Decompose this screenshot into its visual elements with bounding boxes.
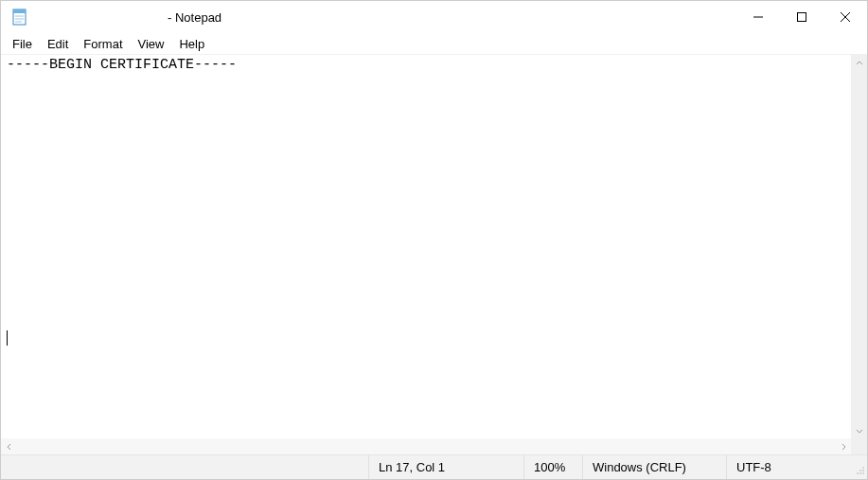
notepad-icon	[10, 8, 29, 27]
notepad-window: - Notepad File Edit Format View Help ---…	[0, 0, 868, 480]
vertical-scrollbar[interactable]	[851, 55, 867, 438]
maximize-icon	[797, 12, 806, 22]
menubar: File Edit Format View Help	[1, 33, 867, 54]
svg-point-10	[859, 470, 861, 471]
menu-file[interactable]: File	[5, 35, 40, 53]
svg-rect-6	[798, 13, 806, 22]
svg-point-13	[859, 472, 861, 474]
menu-format[interactable]: Format	[76, 35, 130, 53]
menu-view[interactable]: View	[131, 35, 172, 53]
minimize-icon	[753, 12, 763, 22]
close-icon	[841, 12, 850, 22]
menu-help[interactable]: Help	[171, 35, 212, 53]
window-title: - Notepad	[168, 10, 221, 25]
horizontal-scroll-track[interactable]	[17, 438, 835, 454]
scroll-right-button[interactable]	[835, 438, 851, 454]
status-position: Ln 17, Col 1	[368, 455, 523, 479]
text-caret	[7, 330, 8, 346]
scroll-up-button[interactable]	[851, 55, 867, 71]
chevron-up-icon	[856, 60, 863, 67]
chevron-left-icon	[6, 443, 13, 451]
statusbar: Ln 17, Col 1 100% Windows (CRLF) UTF-8	[1, 454, 867, 479]
close-button[interactable]	[824, 2, 867, 32]
minimize-button[interactable]	[736, 2, 780, 32]
chevron-down-icon	[856, 427, 863, 435]
scroll-corner	[851, 438, 867, 454]
status-line-ending: Windows (CRLF)	[582, 455, 726, 479]
svg-rect-1	[13, 9, 26, 13]
maximize-button[interactable]	[780, 2, 824, 32]
scroll-left-button[interactable]	[1, 438, 17, 454]
resize-grip-icon[interactable]	[852, 455, 867, 479]
status-zoom: 100%	[523, 455, 582, 479]
editor-area: -----BEGIN CERTIFICATE-----	[1, 54, 867, 454]
svg-point-14	[862, 472, 864, 474]
titlebar[interactable]: - Notepad	[1, 1, 867, 33]
svg-point-9	[862, 467, 864, 469]
svg-point-11	[862, 470, 864, 471]
text-editor[interactable]: -----BEGIN CERTIFICATE-----	[1, 55, 851, 438]
horizontal-scrollbar[interactable]	[1, 438, 851, 454]
status-encoding: UTF-8	[726, 455, 852, 479]
chevron-right-icon	[840, 443, 847, 451]
scroll-down-button[interactable]	[851, 422, 867, 438]
svg-point-12	[857, 472, 859, 474]
menu-edit[interactable]: Edit	[40, 35, 76, 53]
status-empty	[1, 455, 368, 479]
